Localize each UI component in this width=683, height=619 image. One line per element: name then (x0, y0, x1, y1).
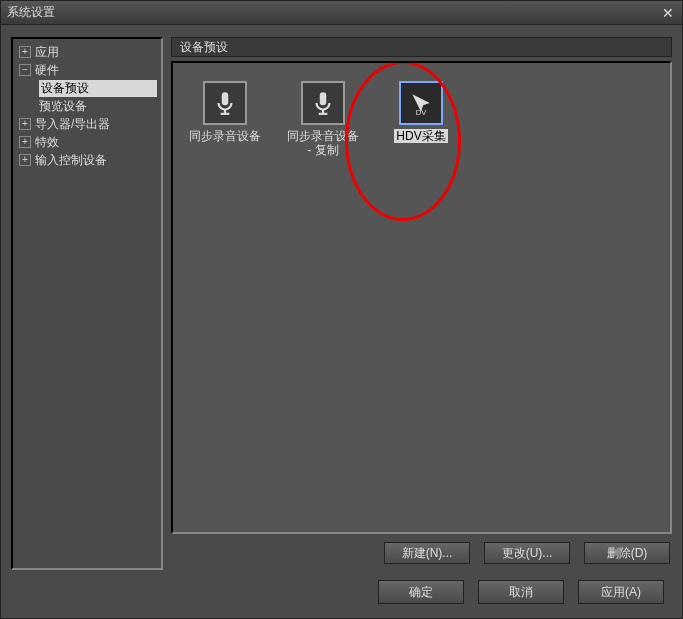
preset-content-area: 同步录音设备同步录音设备 - 复制DVHDV采集 (171, 61, 672, 534)
tree-item-5[interactable]: +特效 (15, 133, 159, 151)
expand-icon[interactable]: + (19, 136, 31, 148)
expand-icon[interactable]: + (19, 46, 31, 58)
tree-item-label: 导入器/导出器 (35, 116, 157, 133)
tree-item-1[interactable]: −硬件 (15, 61, 159, 79)
expand-icon[interactable]: + (19, 154, 31, 166)
settings-tree[interactable]: +应用−硬件设备预设预览设备+导入器/导出器+特效+输入控制设备 (11, 37, 163, 570)
tree-item-4[interactable]: +导入器/导出器 (15, 115, 159, 133)
tree-item-6[interactable]: +输入控制设备 (15, 151, 159, 169)
preset-tile-0[interactable]: 同步录音设备 (187, 81, 263, 157)
microphone-icon (203, 81, 247, 125)
tree-item-3[interactable]: 预览设备 (15, 97, 159, 115)
tree-item-label: 设备预设 (39, 80, 157, 97)
titlebar: 系统设置 ✕ (1, 1, 682, 25)
main-panel: 设备预设 同步录音设备同步录音设备 - 复制DVHDV采集 新建(N)... 更… (171, 37, 672, 570)
tree-item-2[interactable]: 设备预设 (15, 79, 159, 97)
expand-icon[interactable]: + (19, 118, 31, 130)
tree-item-label: 预览设备 (39, 98, 157, 115)
preset-tile-2[interactable]: DVHDV采集 (383, 81, 459, 157)
collapse-icon[interactable]: − (19, 64, 31, 76)
cancel-button[interactable]: 取消 (478, 580, 564, 604)
svg-rect-0 (222, 92, 229, 105)
close-icon[interactable]: ✕ (660, 5, 676, 21)
preset-button-row: 新建(N)... 更改(U)... 删除(D) (171, 534, 672, 570)
tree-item-label: 特效 (35, 134, 157, 151)
dialog-button-row: 确定 取消 应用(A) (1, 570, 682, 618)
svg-text:DV: DV (416, 108, 427, 116)
ok-button[interactable]: 确定 (378, 580, 464, 604)
svg-rect-3 (320, 92, 327, 105)
hdv-icon: DV (399, 81, 443, 125)
new-button[interactable]: 新建(N)... (384, 542, 470, 564)
tree-item-label: 硬件 (35, 62, 157, 79)
preset-tile-1[interactable]: 同步录音设备 - 复制 (285, 81, 361, 157)
preset-caption: 同步录音设备 - 复制 (285, 129, 361, 157)
tree-item-label: 输入控制设备 (35, 152, 157, 169)
delete-button[interactable]: 删除(D) (584, 542, 670, 564)
system-settings-dialog: 系统设置 ✕ +应用−硬件设备预设预览设备+导入器/导出器+特效+输入控制设备 … (0, 0, 683, 619)
change-button[interactable]: 更改(U)... (484, 542, 570, 564)
tree-item-label: 应用 (35, 44, 157, 61)
window-title: 系统设置 (7, 4, 660, 21)
apply-button[interactable]: 应用(A) (578, 580, 664, 604)
preset-caption: HDV采集 (394, 129, 447, 143)
preset-caption: 同步录音设备 (189, 129, 261, 143)
section-header: 设备预设 (171, 37, 672, 57)
microphone-icon (301, 81, 345, 125)
tree-item-0[interactable]: +应用 (15, 43, 159, 61)
